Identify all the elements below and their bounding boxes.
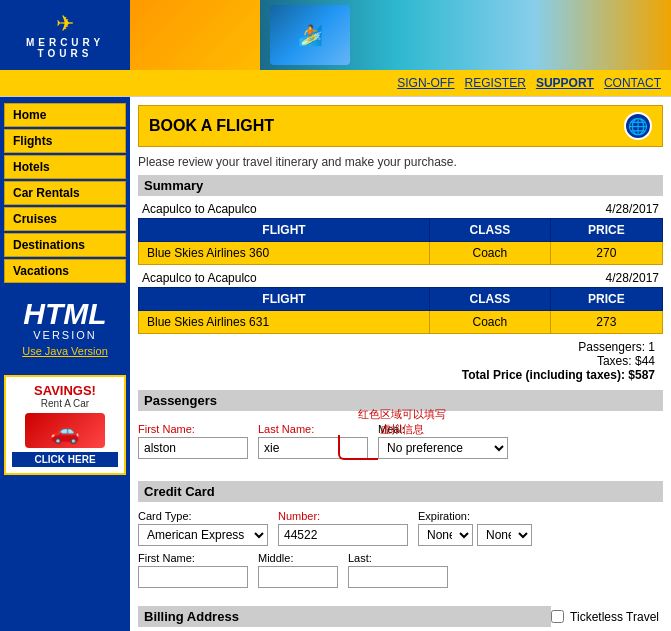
exp-year-select[interactable]: None 201720182019 20202021 [477, 524, 532, 546]
sidebar-item-vacations[interactable]: Vacations [4, 259, 126, 283]
billing-address-row: Address: [138, 627, 663, 631]
register-link[interactable]: REGISTER [465, 76, 526, 90]
total-value: $587 [628, 368, 655, 382]
support-link[interactable]: SUPPORT [536, 76, 594, 90]
intro-text: Please review your travel itinerary and … [138, 155, 663, 169]
card-number-group: Number: [278, 510, 408, 546]
contact-link[interactable]: CONTACT [604, 76, 661, 90]
taxes-row: Taxes: $44 [146, 354, 655, 368]
billing-header: Billing Address [138, 606, 551, 627]
route-1-date: 4/28/2017 [606, 202, 659, 216]
taxes-value: $44 [635, 354, 655, 368]
first-name-group: First Name: [138, 423, 248, 459]
flight-1-class: Coach [429, 242, 550, 265]
col-price: PRICE [550, 219, 662, 242]
credit-card-header: Credit Card [138, 481, 663, 502]
meal-group: Meal: No preference Vegetarian Vegan Kos… [378, 423, 508, 459]
expiration-label: Expiration: [418, 510, 532, 522]
car-image: 🚗 [25, 413, 105, 448]
flight-2-class: Coach [429, 311, 550, 334]
globe-icon: 🌐 [624, 112, 652, 140]
expiration-group: Expiration: None 010203 040506 070809 10… [418, 510, 532, 546]
flight-2-price: 273 [550, 311, 662, 334]
cc-middle-input[interactable] [258, 566, 338, 588]
sidebar-item-destinations[interactable]: Destinations [4, 233, 126, 257]
savings-sub: Rent A Car [12, 398, 118, 409]
col-flight-2: FLIGHT [139, 288, 430, 311]
summary-header: Summary [138, 175, 663, 196]
col-flight: FLIGHT [139, 219, 430, 242]
exp-month-select[interactable]: None 010203 040506 070809 101112 [418, 524, 473, 546]
card-number-label: Number: [278, 510, 408, 522]
use-java-link[interactable]: Use Java Version [4, 345, 126, 357]
col-class-2: CLASS [429, 288, 550, 311]
route-1-label: Acapulco to Acapulco [142, 202, 257, 216]
plane-icon: ✈ [26, 11, 104, 37]
cc-last-label: Last: [348, 552, 448, 564]
meal-label: Meal: [378, 423, 508, 435]
last-name-input[interactable] [258, 437, 368, 459]
app-container: ✈ MERCURY TOURS 🏄 one cool summer 🌿 ARUB… [0, 0, 671, 631]
logo-area: ✈ MERCURY TOURS [0, 0, 130, 70]
flight-table-1: FLIGHT CLASS PRICE Blue Skies Airlines 3… [138, 218, 663, 265]
cc-last-group: Last: [348, 552, 448, 588]
meal-select[interactable]: No preference Vegetarian Vegan Kosher Ha… [378, 437, 508, 459]
cc-middle-group: Middle: [258, 552, 338, 588]
flight-row-1: Blue Skies Airlines 360 Coach 270 [139, 242, 663, 265]
sidebar-item-cruises[interactable]: Cruises [4, 207, 126, 231]
ticketless-checkbox[interactable] [551, 610, 564, 623]
passengers-header: Passengers [138, 390, 663, 411]
passengers-form-row: First Name: Last Name: Meal: No preferen… [138, 415, 663, 459]
flight-table-2: FLIGHT CLASS PRICE Blue Skies Airlines 6… [138, 287, 663, 334]
cc-last-input[interactable] [348, 566, 448, 588]
route-row-1: Acapulco to Acapulco 4/28/2017 [138, 200, 663, 218]
flight-1-airline: Blue Skies Airlines 360 [139, 242, 430, 265]
flight-row-2: Blue Skies Airlines 631 Coach 273 [139, 311, 663, 334]
col-price-2: PRICE [550, 288, 662, 311]
cc-first-name-label: First Name: [138, 552, 248, 564]
flight-2-airline: Blue Skies Airlines 631 [139, 311, 430, 334]
last-name-label: Last Name: [258, 423, 368, 435]
card-type-select[interactable]: American Express Visa MasterCard Discove… [138, 524, 268, 546]
first-name-input[interactable] [138, 437, 248, 459]
route-2-date: 4/28/2017 [606, 271, 659, 285]
banner-area: 🏄 one cool summer 🌿 ARUBA [130, 0, 671, 70]
top-banner: ✈ MERCURY TOURS 🏄 one cool summer 🌿 ARUB… [0, 0, 671, 70]
click-here-button[interactable]: CLICK HERE [12, 452, 118, 467]
passengers-row: Passengers: 1 [146, 340, 655, 354]
page-header: BOOK A FLIGHT 🌐 [138, 105, 663, 147]
credit-row-2: First Name: Middle: Last: [138, 552, 663, 588]
sidebar-item-home[interactable]: Home [4, 103, 126, 127]
first-name-label: First Name: [138, 423, 248, 435]
main-content: BOOK A FLIGHT 🌐 Please review your trave… [130, 97, 671, 631]
cc-first-name-group: First Name: [138, 552, 248, 588]
flight-1-price: 270 [550, 242, 662, 265]
sidebar-menu: Home Flights Hotels Car Rentals Cruises … [0, 97, 130, 289]
main-layout: Home Flights Hotels Car Rentals Cruises … [0, 97, 671, 631]
cc-middle-label: Middle: [258, 552, 338, 564]
summary-totals: Passengers: 1 Taxes: $44 Total Price (in… [138, 338, 663, 384]
col-class: CLASS [429, 219, 550, 242]
ticketless-label: Ticketless Travel [570, 610, 659, 624]
passengers-count: 1 [648, 340, 655, 354]
sidebar: Home Flights Hotels Car Rentals Cruises … [0, 97, 130, 631]
page-title: BOOK A FLIGHT [149, 117, 624, 135]
html-version-block: HTML VERSION Use Java Version [0, 289, 130, 367]
credit-card-form: Card Type: American Express Visa MasterC… [138, 506, 663, 598]
sidebar-item-car-rentals[interactable]: Car Rentals [4, 181, 126, 205]
logo: MERCURY TOURS [26, 37, 104, 59]
passengers-form-area: 红色区域可以填写 虚拟信息 First Name: Last Name: [138, 415, 663, 475]
card-type-group: Card Type: American Express Visa MasterC… [138, 510, 268, 546]
cc-first-name-input[interactable] [138, 566, 248, 588]
savings-title: SAVINGS! [12, 383, 118, 398]
route-2-label: Acapulco to Acapulco [142, 271, 257, 285]
sidebar-item-flights[interactable]: Flights [4, 129, 126, 153]
credit-row-1: Card Type: American Express Visa MasterC… [138, 510, 663, 546]
route-row-2: Acapulco to Acapulco 4/28/2017 [138, 269, 663, 287]
card-number-input[interactable] [278, 524, 408, 546]
total-row: Total Price (including taxes): $587 [146, 368, 655, 382]
sign-off-link[interactable]: SIGN-OFF [397, 76, 454, 90]
sidebar-item-hotels[interactable]: Hotels [4, 155, 126, 179]
nav-bar: SIGN-OFF REGISTER SUPPORT CONTACT [0, 70, 671, 97]
savings-box: SAVINGS! Rent A Car 🚗 CLICK HERE [4, 375, 126, 475]
